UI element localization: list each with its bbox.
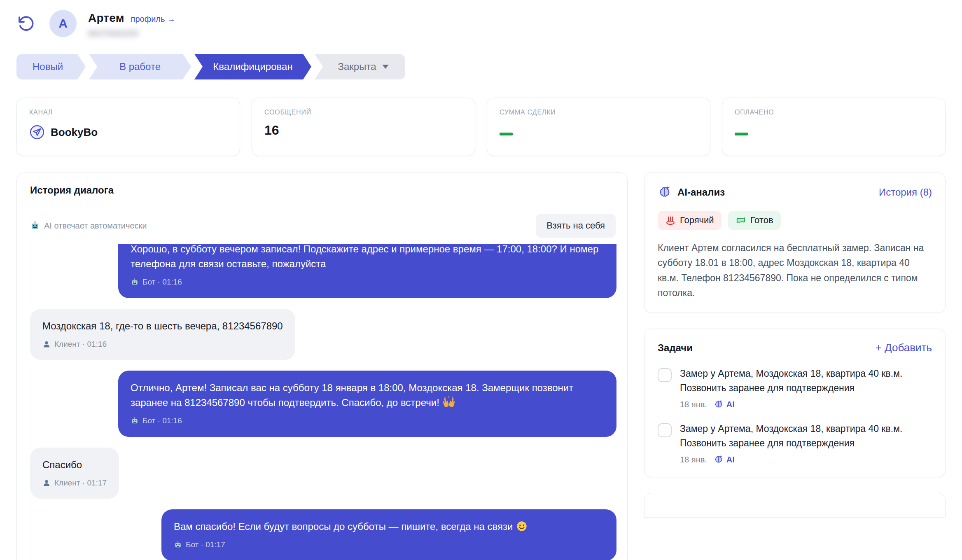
back-button[interactable] xyxy=(16,14,36,34)
stage-new[interactable]: Новый xyxy=(16,54,86,79)
ai-autoreply-status: AI отвечает автоматически xyxy=(30,221,147,231)
robot-icon xyxy=(131,417,139,425)
stat-card-channel: КАНАЛ BookyBo xyxy=(16,98,240,156)
chat-message-list[interactable]: Хорошо, в субботу вечером записал! Подск… xyxy=(17,244,627,560)
tasks-card: Задачи + Добавить Замер у Артема, Моздок… xyxy=(644,329,946,477)
hot-springs-icon xyxy=(665,215,676,226)
message-footer: Бот · 01:16 xyxy=(131,276,604,288)
stage-qualified-active[interactable]: Квалифицирован xyxy=(194,54,311,79)
ai-analysis-text: Клиент Артем согласился на бесплатный за… xyxy=(658,240,932,300)
empty-value-dash xyxy=(500,133,513,135)
right-sidebar: AI-анализ История (8) xyxy=(644,173,946,518)
robot-icon xyxy=(174,541,182,549)
stat-cards: КАНАЛ BookyBo СООБЩЕНИЙ 16 СУММА СДЕЛКИ xyxy=(16,98,946,156)
dropdown-caret-icon xyxy=(382,65,389,69)
messages-count: 16 xyxy=(264,123,462,138)
badge-hot: Горячий xyxy=(658,211,722,230)
stat-card-deal-sum: СУММА СДЕЛКИ xyxy=(487,98,710,156)
brain-ai-icon xyxy=(714,455,724,464)
channel-name: BookyBo xyxy=(51,126,98,139)
task-meta: 18 янв. xyxy=(680,399,932,409)
ai-autoreply-row: AI отвечает автоматически Взять на себя xyxy=(17,207,627,244)
ready-wave-icon xyxy=(736,215,746,226)
message-footer: Бот · 01:17 xyxy=(174,539,604,551)
message-footer: Бот · 01:16 xyxy=(131,415,604,427)
bot-message: Отлично, Артем! Записал вас на субботу 1… xyxy=(118,371,616,437)
task-ai-tag: AI xyxy=(714,399,735,409)
bot-message: Вам спасибо! Если будут вопросы до суббо… xyxy=(161,509,616,560)
ai-analysis-title: AI-анализ xyxy=(677,187,725,198)
stat-label: ОПЛАЧЕНО xyxy=(735,109,933,116)
stat-label: СУММА СДЕЛКИ xyxy=(500,109,698,116)
task-item: Замер у Артема, Моздокская 18, квартира … xyxy=(658,422,932,464)
raised-hands-icon xyxy=(443,396,455,408)
pipeline-stages: Новый В работе Квалифицирован Закрыта xyxy=(16,54,946,79)
person-icon xyxy=(42,340,51,348)
task-checkbox[interactable] xyxy=(658,368,672,382)
brain-ai-icon xyxy=(658,185,672,199)
stat-label: СООБЩЕНИЙ xyxy=(264,109,462,116)
next-card-partial xyxy=(644,493,946,518)
task-text: Замер у Артема, Моздокская 18, квартира … xyxy=(680,422,932,450)
lead-header: A Артем профиль → 89375060200 xyxy=(16,0,946,38)
brain-ai-icon xyxy=(714,399,724,409)
avatar: A xyxy=(49,10,77,37)
task-date: 18 янв. xyxy=(680,455,707,464)
task-item: Замер у Артема, Моздокская 18, квартира … xyxy=(658,366,932,409)
profile-link[interactable]: профиль → xyxy=(131,14,175,24)
analysis-badges: Горячий Готов xyxy=(658,211,932,230)
stage-closed-dropdown[interactable]: Закрыта xyxy=(315,54,405,79)
undo-icon xyxy=(16,14,36,33)
robot-icon xyxy=(30,221,40,231)
client-name: Артем xyxy=(88,12,124,25)
client-message: Спасибо Клиент · 01:17 xyxy=(30,448,119,499)
smiling-face-icon xyxy=(516,520,528,532)
message-footer: Клиент · 01:16 xyxy=(42,338,283,350)
empty-value-dash xyxy=(735,133,748,135)
tasks-title: Задачи xyxy=(658,342,693,354)
person-icon xyxy=(42,479,51,487)
crm-lead-page: A Артем профиль → 89375060200 Новый В ра… xyxy=(0,0,962,560)
add-task-link[interactable]: + Добавить xyxy=(876,341,932,354)
client-phone-blurred: 89375060200 xyxy=(88,29,175,38)
dialog-history-title: История диалога xyxy=(17,173,627,207)
bot-message: Хорошо, в субботу вечером записал! Подск… xyxy=(118,244,616,298)
message-footer: Клиент · 01:17 xyxy=(42,477,107,489)
client-message: Моздокская 18, где-то в шесть вечера, 81… xyxy=(30,309,295,360)
stat-card-paid: ОПЛАЧЕНО xyxy=(722,98,946,156)
task-checkbox[interactable] xyxy=(658,423,672,437)
stat-label: КАНАЛ xyxy=(29,109,227,116)
task-date: 18 янв. xyxy=(680,400,707,409)
ai-analysis-card: AI-анализ История (8) xyxy=(644,173,946,313)
robot-icon xyxy=(131,278,139,286)
task-ai-tag: AI xyxy=(714,455,735,464)
dialog-history-panel: История диалога AI отвечает автомат xyxy=(16,173,628,560)
stat-card-messages: СООБЩЕНИЙ 16 xyxy=(252,98,475,156)
analysis-history-link[interactable]: История (8) xyxy=(879,187,932,198)
badge-ready: Готов xyxy=(728,211,781,230)
take-over-button[interactable]: Взять на себя xyxy=(536,214,616,238)
task-text: Замер у Артема, Моздокская 18, квартира … xyxy=(680,366,932,395)
telegram-icon xyxy=(29,124,45,140)
stage-in-progress[interactable]: В работе xyxy=(89,54,191,79)
task-meta: 18 янв. xyxy=(680,455,932,464)
